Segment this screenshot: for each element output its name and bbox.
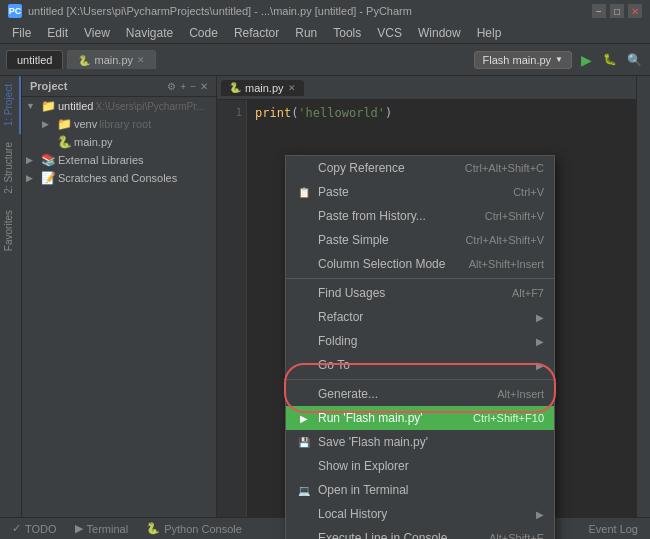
tree-expand-icon: ▼ [26,101,38,111]
ctx-show-explorer[interactable]: Show in Explorer [286,454,554,478]
local-history-icon [296,506,312,522]
generate-icon [296,386,312,402]
ctx-save-flash-label: Save 'Flash main.py' [318,435,544,449]
menu-window[interactable]: Window [410,24,469,42]
scratches-icon: 📝 [40,171,56,185]
editor-tab-bar: 🐍 main.py ✕ [217,76,636,100]
ctx-execute-line-label: Execute Line in Console [318,531,483,539]
ctx-save-flash[interactable]: 💾 Save 'Flash main.py' [286,430,554,454]
tree-item-path: X:\Users\pi\PycharmPr... [95,101,204,112]
event-log-label: Event Log [588,523,638,535]
debug-button[interactable]: 🐛 [600,50,620,70]
tree-item-external-libs[interactable]: ▶ 📚 External Libraries [22,151,216,169]
menu-edit[interactable]: Edit [39,24,76,42]
editor-tab-close-icon[interactable]: ✕ [288,83,296,93]
ctx-refactor[interactable]: Refactor ▶ [286,305,554,329]
maximize-button[interactable]: □ [610,4,624,18]
ctx-paste-simple-shortcut: Ctrl+Alt+Shift+V [465,234,544,246]
tree-item-untitled-label: untitled [58,100,93,112]
ctx-paste-simple-label: Paste Simple [318,233,459,247]
minimize-button[interactable]: − [592,4,606,18]
ctx-folding[interactable]: Folding ▶ [286,329,554,353]
ctx-copy-reference[interactable]: Copy Reference Ctrl+Alt+Shift+C [286,156,554,180]
python-file-icon: 🐍 [56,135,72,149]
menu-navigate[interactable]: Navigate [118,24,181,42]
ctx-paste[interactable]: 📋 Paste Ctrl+V [286,180,554,204]
sidebar-item-favorites[interactable]: Favorites [0,202,21,259]
tree-ext-expand-icon: ▶ [26,155,38,165]
bottom-tab-terminal[interactable]: ▶ Terminal [67,520,137,537]
tree-item-untitled[interactable]: ▼ 📁 untitled X:\Users\pi\PycharmPr... [22,97,216,115]
ctx-local-history[interactable]: Local History ▶ [286,502,554,526]
editor-tab-mainpy[interactable]: 🐍 main.py ✕ [221,80,304,96]
ctx-paste-history[interactable]: Paste from History... Ctrl+Shift+V [286,204,554,228]
todo-icon: ✓ [12,522,21,535]
ctx-sep-2 [286,379,554,380]
menu-file[interactable]: File [4,24,39,42]
ctx-local-history-label: Local History [318,507,530,521]
run-config-dropdown-icon: ▼ [555,55,563,64]
tree-item-mainpy[interactable]: 🐍 main.py [22,133,216,151]
menu-run[interactable]: Run [287,24,325,42]
bottom-tab-event-log[interactable]: Event Log [580,521,646,537]
ctx-find-usages-shortcut: Alt+F7 [512,287,544,299]
ctx-paste-history-shortcut: Ctrl+Shift+V [485,210,544,222]
project-panel-header: Project ⚙ + − ✕ [22,76,216,97]
context-menu: Copy Reference Ctrl+Alt+Shift+C 📋 Paste … [285,155,555,539]
copy-ref-icon [296,160,312,176]
menu-tools[interactable]: Tools [325,24,369,42]
close-panel-icon[interactable]: ✕ [200,81,208,92]
menu-refactor[interactable]: Refactor [226,24,287,42]
left-side-tabs: 1: Project 2: Structure Favorites [0,76,22,517]
tree-item-scratches[interactable]: ▶ 📝 Scratches and Consoles [22,169,216,187]
run-flash-icon: ▶ [296,410,312,426]
tree-item-venv-label: venv [74,118,97,130]
settings-icon[interactable]: ⚙ [167,81,176,92]
tree-item-venv[interactable]: ▶ 📁 venv library root [22,115,216,133]
project-panel: Project ⚙ + − ✕ ▼ 📁 untitled X:\Users\pi… [22,76,217,517]
run-config-selector[interactable]: Flash main.py ▼ [474,51,572,69]
ctx-folding-label: Folding [318,334,530,348]
bottom-tab-terminal-label: Terminal [87,523,129,535]
menu-bar: File Edit View Navigate Code Refactor Ru… [0,22,650,44]
sidebar-item-structure[interactable]: 2: Structure [0,134,21,202]
menu-help[interactable]: Help [469,24,510,42]
plus-icon[interactable]: + [180,81,186,92]
folder-icon: 📁 [40,99,56,113]
search-icon[interactable]: 🔍 [624,50,644,70]
minus-icon[interactable]: − [190,81,196,92]
ctx-column-select-label: Column Selection Mode [318,257,463,271]
menu-view[interactable]: View [76,24,118,42]
ctx-column-select[interactable]: Column Selection Mode Alt+Shift+Insert [286,252,554,276]
tab-mainpy-label: main.py [94,54,133,66]
ctx-run-flash-shortcut: Ctrl+Shift+F10 [473,412,544,424]
bottom-tab-todo[interactable]: ✓ TODO [4,520,65,537]
sidebar-item-project[interactable]: 1: Project [0,76,21,134]
goto-icon [296,357,312,373]
run-button[interactable]: ▶ [576,50,596,70]
ctx-find-usages[interactable]: Find Usages Alt+F7 [286,281,554,305]
ctx-generate[interactable]: Generate... Alt+Insert [286,382,554,406]
editor-tab-mainpy-label: main.py [245,82,284,94]
ctx-execute-line[interactable]: Execute Line in Console Alt+Shift+E [286,526,554,539]
ctx-goto[interactable]: Go To ▶ [286,353,554,377]
terminal-icon: ▶ [75,522,83,535]
line-numbers: 1 [217,100,247,517]
find-usages-icon [296,285,312,301]
ctx-copy-reference-label: Copy Reference [318,161,459,175]
tab-close-icon[interactable]: ✕ [137,55,145,65]
ctx-execute-line-shortcut: Alt+Shift+E [489,532,544,539]
tab-untitled[interactable]: untitled [6,50,63,69]
close-button[interactable]: ✕ [628,4,642,18]
ctx-run-flash[interactable]: ▶ Run 'Flash main.py' Ctrl+Shift+F10 [286,406,554,430]
refactor-icon [296,309,312,325]
tab-mainpy[interactable]: 🐍 main.py ✕ [67,50,156,69]
paste-simple-icon [296,232,312,248]
bottom-tab-python-console[interactable]: 🐍 Python Console [138,520,250,537]
editor-tab-py-icon: 🐍 [229,82,241,93]
ctx-open-terminal[interactable]: 💻 Open in Terminal [286,478,554,502]
code-line-1: print('helloworld') [255,104,628,122]
menu-code[interactable]: Code [181,24,226,42]
menu-vcs[interactable]: VCS [369,24,410,42]
ctx-paste-simple[interactable]: Paste Simple Ctrl+Alt+Shift+V [286,228,554,252]
